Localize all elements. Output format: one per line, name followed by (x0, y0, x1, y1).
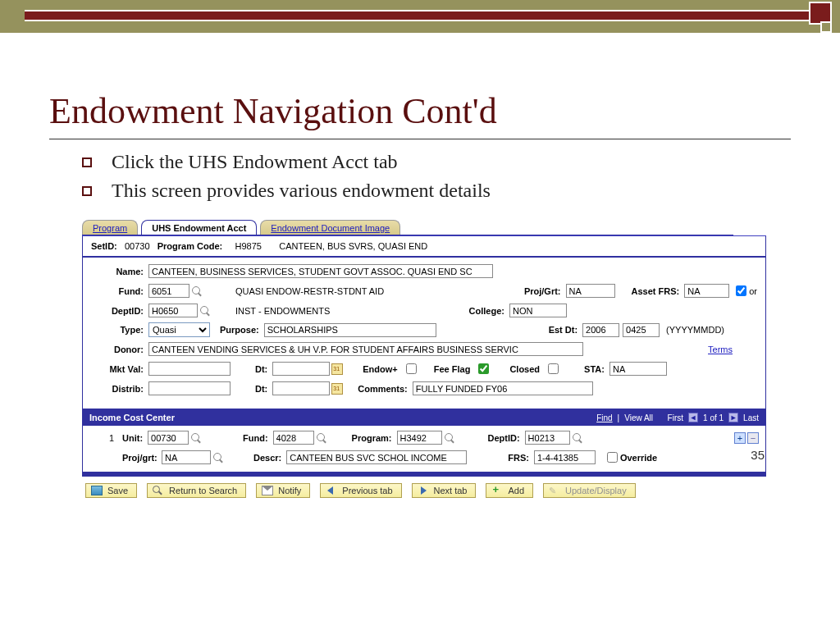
closed-label: Closed (509, 364, 545, 374)
fund-label: Fund: (91, 286, 148, 296)
cc-deptid-input[interactable] (525, 431, 570, 445)
cc-program-lookup-icon[interactable] (444, 432, 455, 444)
first-link[interactable]: First (668, 413, 683, 422)
deptid-input[interactable] (148, 304, 198, 317)
mktval-label: Mkt Val: (91, 364, 148, 374)
terms-link[interactable]: Terms (708, 345, 733, 354)
form-screenshot: Program UHS Endowment Acct Endowment Doc… (82, 218, 766, 498)
setid-label: SetID: (91, 241, 117, 251)
title-rule (49, 139, 791, 139)
prev-icon (326, 486, 337, 495)
college-label: College: (469, 306, 509, 316)
next-tab-button[interactable]: Next tab (412, 483, 477, 498)
mktval-input[interactable] (148, 362, 231, 376)
distrib-input[interactable] (148, 381, 231, 395)
mktval-dt-input[interactable] (272, 362, 330, 376)
or-checkbox[interactable] (736, 285, 746, 296)
deptid-lookup-icon[interactable] (199, 305, 211, 317)
endowplus-checkbox[interactable] (406, 363, 417, 374)
assetfrs-label: Asset FRS: (632, 286, 685, 296)
assetfrs-input[interactable] (684, 284, 729, 298)
delete-row-icon[interactable]: − (747, 432, 759, 444)
page-number: 35 (751, 448, 765, 462)
distrib-label: Distrib: (91, 384, 148, 394)
unit-lookup-icon[interactable] (190, 432, 202, 444)
form-box: Name: Fund: QUASI ENDOW-RESTR-STDNT AID … (82, 257, 766, 409)
comments-input[interactable] (413, 381, 593, 395)
donor-input[interactable] (148, 342, 583, 356)
frs-label: FRS: (508, 453, 534, 463)
bullet-icon (82, 158, 92, 167)
income-cost-center-header: Income Cost Center Find | View All First… (82, 409, 766, 426)
bullet-text: This screen provides various endowment d… (112, 180, 491, 202)
cc-fund-label: Fund: (243, 433, 273, 443)
search-icon (153, 486, 164, 495)
save-button[interactable]: Save (85, 483, 137, 498)
cc-program-label: Program: (352, 433, 397, 443)
fund-input[interactable] (148, 284, 189, 298)
estdt-label: Est Dt: (549, 325, 582, 335)
cc-deptid-lookup-icon[interactable] (572, 432, 583, 444)
cc-fund-input[interactable] (273, 431, 314, 445)
save-icon (91, 486, 103, 495)
distrib-dt-label: Dt: (255, 384, 272, 394)
sta-input[interactable] (609, 362, 667, 376)
descr-input[interactable] (286, 450, 467, 464)
viewall-link[interactable]: View All (624, 413, 653, 422)
name-input[interactable] (148, 264, 493, 278)
program-code-value: H9875 (235, 241, 261, 251)
or-label: or (749, 286, 757, 296)
bullet-icon (82, 186, 92, 196)
estdt-year-input[interactable] (582, 323, 619, 337)
return-to-search-button[interactable]: Return to Search (147, 483, 246, 498)
tab-endowment-document-image[interactable]: Endowment Document Image (260, 220, 400, 235)
income-cost-center-box: 1 Unit: Fund: Program: DeptID: + − (82, 426, 766, 477)
dept-desc: INST - ENDOWMENTS (235, 306, 330, 316)
last-link[interactable]: Last (743, 413, 759, 422)
type-label: Type: (91, 325, 148, 335)
projgrt-input[interactable] (566, 284, 615, 298)
projgrt-label: Proj/Grt: (524, 286, 566, 296)
unit-input[interactable] (148, 431, 189, 445)
fund-lookup-icon[interactable] (191, 285, 203, 297)
prev-record-icon[interactable]: ◄ (688, 413, 698, 422)
purpose-label: Purpose: (220, 325, 264, 335)
update-icon (549, 486, 560, 495)
bullet-list: Click the UHS Endowment Acct tab This sc… (82, 151, 791, 202)
notify-button[interactable]: Notify (256, 483, 310, 498)
name-label: Name: (91, 267, 148, 276)
header-row: SetID: 00730 Program Code: H9875 CANTEEN… (82, 236, 766, 257)
record-counter: 1 of 1 (703, 413, 724, 422)
previous-tab-button[interactable]: Previous tab (320, 483, 401, 498)
next-icon (418, 486, 429, 495)
calendar-icon[interactable] (331, 363, 343, 375)
bottom-toolbar: Save Return to Search Notify Previous ta… (82, 477, 766, 498)
override-checkbox[interactable] (607, 452, 618, 463)
estdt-format: (YYYYMMDD) (666, 325, 724, 335)
tab-uhs-endowment-acct[interactable]: UHS Endowment Acct (141, 220, 257, 235)
add-button[interactable]: Add (486, 483, 533, 498)
add-row-icon[interactable]: + (734, 432, 746, 444)
sta-label: STA: (584, 364, 609, 374)
college-input[interactable] (509, 304, 567, 317)
program-code-label: Program Code: (158, 241, 222, 251)
cc-program-input[interactable] (397, 431, 442, 445)
next-record-icon[interactable]: ► (728, 413, 738, 422)
cc-projgrt-lookup-icon[interactable] (212, 452, 224, 463)
type-select[interactable]: Quasi (148, 322, 210, 337)
closed-checkbox[interactable] (548, 363, 559, 374)
cc-fund-lookup-icon[interactable] (316, 432, 327, 444)
slide-top-band (0, 0, 840, 33)
descr-label: Descr: (253, 453, 286, 463)
find-link[interactable]: Find (596, 413, 612, 422)
purpose-input[interactable] (264, 323, 436, 337)
update-display-button[interactable]: Update/Display (543, 483, 636, 498)
tab-program[interactable]: Program (82, 220, 138, 235)
slide-title: Endowment Navigation Cont'd (49, 90, 791, 132)
calendar-icon[interactable] (331, 383, 343, 395)
feeflag-checkbox[interactable] (478, 363, 489, 374)
frs-input[interactable] (534, 450, 596, 464)
estdt-md-input[interactable] (623, 323, 660, 337)
distrib-dt-input[interactable] (272, 381, 330, 395)
cc-projgrt-input[interactable] (162, 450, 211, 464)
